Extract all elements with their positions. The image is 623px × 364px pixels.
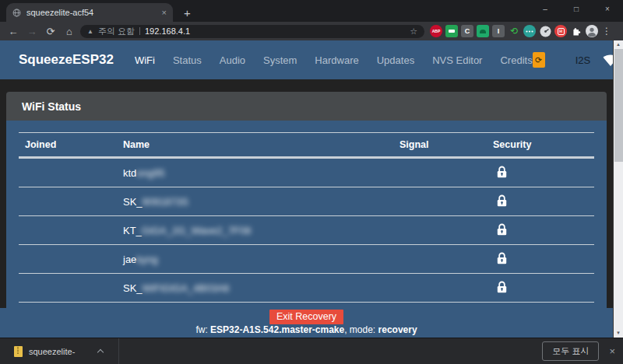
- cell-joined: [19, 187, 117, 215]
- nav-item-hardware[interactable]: Hardware: [315, 54, 358, 66]
- mode-value: recovery: [378, 324, 417, 335]
- home-icon[interactable]: ⌂: [60, 26, 79, 37]
- table-row[interactable]: SK_9091873S: [19, 187, 594, 215]
- close-window-button[interactable]: ×: [592, 0, 623, 20]
- col-header-name: Name: [117, 133, 393, 156]
- brand-title[interactable]: SqueezeESP32: [19, 52, 114, 68]
- wifi-table: Joined Name Signal Security ktdong95: [19, 132, 594, 303]
- scroll-up-icon[interactable]: ▲: [614, 40, 623, 49]
- show-all-downloads-button[interactable]: 모두 표시: [542, 341, 599, 361]
- download-filename[interactable]: squeezelite-: [29, 347, 75, 356]
- nav-item-credits[interactable]: Credits: [500, 54, 532, 66]
- nav-item-system[interactable]: System: [263, 54, 297, 66]
- new-tab-button[interactable]: +: [184, 7, 191, 19]
- download-caret-icon[interactable]: [97, 349, 104, 355]
- globe-favicon-icon: [12, 9, 21, 17]
- green-slot-extension-icon[interactable]: [445, 25, 458, 37]
- table-row[interactable]: ktdong95: [19, 158, 594, 187]
- table-row[interactable]: SK_WiFiGIGA_4B03A6: [19, 273, 594, 302]
- recovery-badge-icon[interactable]: ⟳: [533, 52, 545, 68]
- zip-file-icon: [14, 346, 23, 357]
- navbar-right: ⟳ I2S: [533, 52, 620, 68]
- panel-header: WiFi Status: [6, 92, 607, 121]
- minimize-button[interactable]: –: [530, 0, 561, 20]
- cell-joined: [19, 159, 117, 187]
- redacted-name: 9091873S: [143, 196, 188, 208]
- footer-bar: Exit Recovery fw: ESP32-A1S.542.master-c…: [0, 308, 613, 338]
- nav-item-status[interactable]: Status: [173, 54, 202, 66]
- profile-avatar[interactable]: [586, 25, 598, 37]
- redacted-name: GiGA_2G_Wave2_7F08: [142, 225, 251, 236]
- android-extension-icon[interactable]: [477, 25, 489, 37]
- cell-signal: [393, 216, 487, 244]
- browser-tab[interactable]: squeezelite-acf54 ×: [6, 3, 173, 22]
- tab-title: squeezelite-acf54: [26, 8, 157, 17]
- adblock-extension-icon[interactable]: ABP: [430, 25, 442, 37]
- teal-extension-icon[interactable]: [523, 25, 536, 37]
- table-row[interactable]: KT_GiGA_2G_Wave2_7F08: [19, 215, 594, 244]
- cell-signal: [393, 159, 487, 187]
- output-mode-label: I2S: [575, 54, 591, 66]
- col-header-security: Security: [487, 133, 594, 156]
- table-row[interactable]: jaekyng: [19, 244, 594, 273]
- tab-strip: squeezelite-acf54 × + – □ ×: [0, 0, 623, 22]
- lock-icon: [497, 223, 507, 238]
- security-warning-label[interactable]: 주의 요함: [98, 26, 135, 37]
- window-controls: – □ ×: [530, 0, 623, 20]
- maximize-button[interactable]: □: [561, 0, 592, 20]
- panel-body: Joined Name Signal Security ktdong95: [6, 121, 607, 308]
- download-item[interactable]: squeezelite-: [11, 341, 111, 362]
- address-bar[interactable]: ▲ 주의 요함 192.168.4.1 ☆: [80, 25, 424, 38]
- cell-security: [487, 245, 594, 273]
- cell-signal: [393, 274, 487, 302]
- col-header-signal: Signal: [393, 133, 487, 156]
- firmware-version: ESP32-A1S.542.master-cmake: [210, 324, 344, 335]
- back-icon[interactable]: ←: [4, 26, 23, 37]
- cell-security: [487, 274, 594, 302]
- cell-joined: [19, 245, 117, 273]
- firmware-info: fw: ESP32-A1S.542.master-cmake, mode: re…: [0, 324, 613, 335]
- gauge-extension-icon[interactable]: [539, 25, 551, 37]
- nav-item-audio[interactable]: Audio: [220, 54, 245, 66]
- url-text[interactable]: 192.168.4.1: [145, 26, 405, 36]
- cell-security: [487, 187, 594, 215]
- scroll-down-icon[interactable]: ▼: [614, 329, 623, 338]
- col-header-joined: Joined: [19, 133, 117, 156]
- browser-toolbar: ← → ⟳ ⌂ ▲ 주의 요함 192.168.4.1 ☆ ABP C I ⟲ …: [0, 22, 623, 40]
- lock-icon: [497, 281, 507, 296]
- puzzle-extensions-icon[interactable]: [570, 25, 583, 37]
- c-extension-icon[interactable]: C: [461, 25, 473, 37]
- redacted-name: ong95: [136, 167, 164, 179]
- tab-close-icon[interactable]: ×: [162, 8, 167, 17]
- nav-links: WiFi Status Audio System Hardware Update…: [135, 54, 533, 66]
- nav-item-wifi[interactable]: WiFi: [135, 54, 155, 66]
- page-viewport: SqueezeESP32 WiFi Status Audio System Ha…: [0, 40, 613, 338]
- i-extension-icon[interactable]: I: [492, 25, 505, 37]
- lock-icon: [497, 252, 507, 267]
- security-warning-icon[interactable]: ▲: [87, 28, 93, 35]
- reload-icon[interactable]: ⟳: [41, 26, 60, 37]
- loop-arrow-extension-icon[interactable]: ⟲: [508, 25, 520, 37]
- cell-name: KT_GiGA_2G_Wave2_7F08: [117, 216, 393, 244]
- cell-name: ktdong95: [117, 159, 393, 187]
- cell-joined: [19, 274, 117, 302]
- exit-recovery-button[interactable]: Exit Recovery: [269, 310, 343, 324]
- cell-name: SK_9091873S: [117, 187, 393, 215]
- redacted-name: WiFiGIGA_4B03A6: [143, 282, 230, 294]
- nav-item-updates[interactable]: Updates: [377, 54, 414, 66]
- red-h-extension-icon[interactable]: H: [554, 25, 567, 37]
- download-bar-close-icon[interactable]: ×: [609, 345, 615, 357]
- download-bar: squeezelite- 모두 표시 ×: [0, 338, 623, 364]
- nav-item-nvs-editor[interactable]: NVS Editor: [432, 54, 482, 66]
- bookmark-star-icon[interactable]: ☆: [410, 26, 417, 37]
- cell-name: SK_WiFiGIGA_4B03A6: [117, 274, 393, 302]
- forward-icon[interactable]: →: [23, 26, 41, 37]
- wifi-status-panel: WiFi Status Joined Name Signal Security …: [6, 92, 607, 308]
- browser-menu-icon[interactable]: ⋮: [602, 26, 611, 37]
- cell-signal: [393, 245, 487, 273]
- table-header-row: Joined Name Signal Security: [19, 132, 594, 158]
- omnibox-divider: [139, 27, 140, 35]
- page-scrollbar[interactable]: ▲ ▼: [613, 40, 623, 338]
- scrollbar-thumb[interactable]: [614, 49, 623, 162]
- cell-signal: [393, 187, 487, 215]
